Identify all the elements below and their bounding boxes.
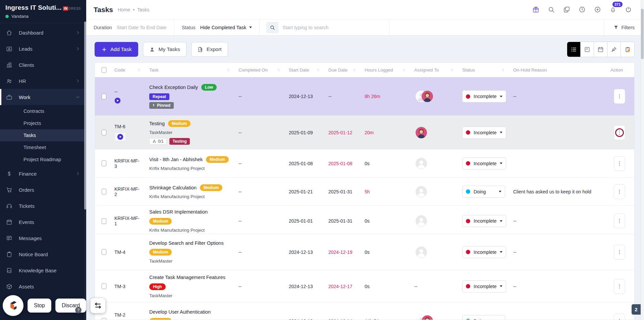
- bell-button[interactable]: 371: [607, 4, 619, 15]
- play-timer-button[interactable]: [114, 132, 126, 141]
- sidebar-item-timesheet[interactable]: Timesheet: [0, 141, 86, 153]
- view-pin2-button[interactable]: [607, 42, 621, 57]
- column-header-due-date[interactable]: Due Date: [324, 67, 361, 73]
- sidebar-item-messages[interactable]: Messages: [0, 230, 86, 246]
- task-title[interactable]: Testing: [149, 121, 165, 126]
- task-title[interactable]: Develop Search and Filter Options: [149, 240, 224, 246]
- sidebar-item-notice-board[interactable]: Notice Board: [0, 246, 86, 262]
- status-filter-dropdown[interactable]: Hide Completed Task: [200, 25, 252, 30]
- column-header-assigned-to[interactable]: Assigned To: [410, 67, 458, 73]
- status-dropdown[interactable]: Incomplete: [462, 280, 506, 292]
- task-title[interactable]: Shrinkage Calculation: [149, 185, 197, 190]
- sidebar-item-events[interactable]: Events: [0, 214, 86, 230]
- project-name[interactable]: Krifix Manufacturing Project: [149, 228, 205, 233]
- sidebar-item-hr[interactable]: HR: [0, 73, 86, 89]
- status-dropdown[interactable]: Incomplete: [462, 215, 506, 227]
- row-checkbox[interactable]: [102, 189, 106, 194]
- project-name[interactable]: TaskMaster: [149, 293, 172, 298]
- play-timer-icon[interactable]: [114, 97, 121, 104]
- row-actions-button[interactable]: [614, 125, 625, 140]
- sidebar-item-dashboard[interactable]: Dashboard: [0, 25, 86, 41]
- project-name[interactable]: TaskMaster: [149, 259, 172, 264]
- sidebar-item-orders[interactable]: Orders: [0, 182, 86, 198]
- sidebar-item-tasks[interactable]: Tasks: [0, 129, 86, 141]
- recorder-logo[interactable]: [3, 295, 23, 316]
- project-name[interactable]: TaskMaster: [149, 130, 172, 135]
- row-actions-button[interactable]: [614, 156, 625, 171]
- status-cell: Incomplete: [458, 127, 509, 139]
- row-actions-button[interactable]: [614, 314, 625, 320]
- row-checkbox[interactable]: [102, 318, 106, 320]
- stop-button[interactable]: Stop: [28, 299, 51, 313]
- row-actions-button[interactable]: [614, 245, 625, 260]
- gift-button[interactable]: [530, 4, 541, 15]
- status-dropdown[interactable]: Incomplete: [462, 90, 506, 102]
- status-dropdown[interactable]: Incomplete: [462, 246, 506, 258]
- task-title[interactable]: Develop User Authentication: [149, 309, 211, 315]
- view-list-button[interactable]: [567, 42, 581, 57]
- status-dropdown[interactable]: Doing: [462, 186, 505, 198]
- view-kanban-button[interactable]: [581, 42, 594, 57]
- task-title[interactable]: Sales DSR Implementation: [149, 209, 208, 215]
- task-title[interactable]: Visit - 8th Jan - Abhishek: [149, 157, 203, 162]
- row-checkbox[interactable]: [102, 161, 106, 166]
- column-header-status[interactable]: Status: [458, 67, 509, 73]
- column-header-start-date[interactable]: Start Date: [285, 67, 324, 73]
- help-icon[interactable]: ?: [75, 307, 82, 313]
- status-dropdown[interactable]: Doing: [462, 315, 505, 320]
- row-checkbox[interactable]: [102, 249, 106, 255]
- task-title[interactable]: Create Task Management Features: [149, 275, 225, 280]
- export-button[interactable]: Export: [191, 42, 228, 57]
- filters-button[interactable]: Filters: [604, 19, 644, 35]
- row-checkbox[interactable]: [102, 130, 106, 135]
- column-header-completed-on[interactable]: Completed On: [234, 67, 285, 73]
- status-dropdown[interactable]: Incomplete: [462, 157, 506, 170]
- power-button[interactable]: [623, 4, 634, 15]
- play-timer-button[interactable]: [114, 97, 121, 104]
- task-cell: Create Task Management FeaturesHighTaskM…: [145, 271, 234, 302]
- search-input[interactable]: [278, 22, 379, 33]
- view-calendar2-button[interactable]: [594, 42, 607, 57]
- sidebar-item-projects[interactable]: Projects: [0, 117, 86, 129]
- view-clip-alert-button[interactable]: [621, 42, 634, 57]
- status-dropdown[interactable]: Incomplete: [462, 127, 506, 139]
- notes-button[interactable]: [561, 4, 572, 15]
- my-tasks-button[interactable]: My Tasks: [143, 42, 186, 57]
- add-task-button[interactable]: Add Task: [95, 42, 138, 57]
- sidebar-item-label: Events: [19, 219, 80, 225]
- page-scrollbar-thumb[interactable]: [641, 9, 644, 59]
- sidebar-item-assets[interactable]: Assets: [0, 278, 86, 294]
- sidebar-item-knowledge-base[interactable]: Knowledge Base: [0, 262, 86, 278]
- sidebar-item-project-roadmap[interactable]: Project Roadmap: [0, 153, 86, 166]
- swap-button[interactable]: [90, 298, 106, 313]
- row-actions-button[interactable]: [614, 279, 625, 294]
- row-checkbox[interactable]: [102, 283, 106, 289]
- search-button[interactable]: [545, 4, 557, 15]
- page-scrollbar[interactable]: [641, 0, 644, 320]
- column-label: Code: [114, 67, 125, 73]
- project-name[interactable]: Krifix Manufacturing Project: [149, 194, 205, 199]
- duration-range-input[interactable]: Start Date To End Date: [117, 25, 167, 30]
- sidebar-item-work[interactable]: Work: [0, 89, 86, 105]
- sidebar-item-tickets[interactable]: Tickets: [0, 198, 86, 214]
- row-actions-button[interactable]: [614, 214, 625, 228]
- plus-circle-button[interactable]: [592, 4, 603, 15]
- column-header-code[interactable]: Code: [110, 67, 145, 73]
- row-checkbox[interactable]: [102, 94, 106, 99]
- column-header-hours-logged[interactable]: Hours Logged: [361, 67, 410, 73]
- breadcrumb-home[interactable]: Home: [118, 7, 130, 12]
- play-timer-icon[interactable]: [117, 134, 123, 140]
- sidebar-item-clients[interactable]: Clients: [0, 57, 86, 73]
- sidebar-item-leads[interactable]: Leads: [0, 41, 86, 57]
- project-name[interactable]: Krifix Manufacturing Project: [149, 166, 205, 171]
- row-checkbox[interactable]: [102, 218, 106, 224]
- select-all-checkbox[interactable]: [102, 67, 106, 73]
- clock-button[interactable]: [576, 4, 588, 15]
- task-title[interactable]: Check Exception Daily: [149, 85, 198, 90]
- sidebar-item-contracts[interactable]: Contracts: [0, 105, 86, 117]
- sidebar-item-finance[interactable]: Finance: [0, 166, 86, 182]
- column-header-task[interactable]: Task: [145, 67, 234, 73]
- row-actions-button[interactable]: [614, 184, 625, 199]
- discard-button[interactable]: Discard: [55, 299, 86, 313]
- row-actions-button[interactable]: [614, 89, 625, 104]
